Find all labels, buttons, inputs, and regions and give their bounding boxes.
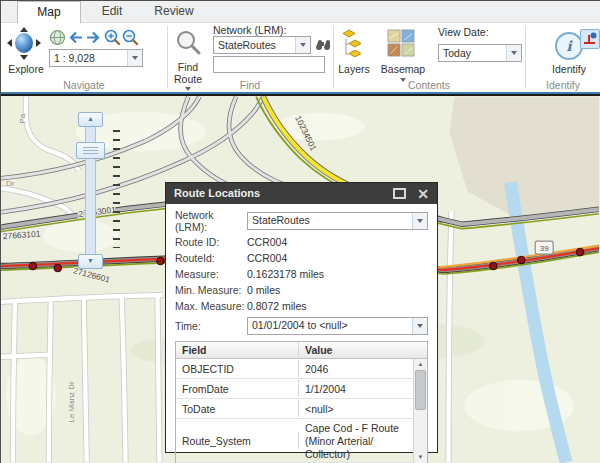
dialog-body: Network (LRM): StateRoutes Route ID: CCR…: [166, 204, 437, 463]
column-header-field: Field: [176, 342, 299, 358]
map-viewport[interactable]: 39 27663001 27663101 27126601 10234501 P…: [1, 94, 600, 463]
maximize-icon[interactable]: [393, 188, 406, 199]
view-date-value: Today: [439, 45, 506, 61]
route-point-marker: [157, 257, 165, 265]
ribbon: Map Edit Review Explore: [1, 1, 600, 94]
zoom-slider[interactable]: ▲ ▼: [75, 110, 123, 272]
basemap-icon[interactable]: [387, 29, 415, 57]
field-value: 0 miles: [247, 284, 280, 296]
ribbon-tabstrip: Map Edit Review: [1, 1, 600, 23]
table-scrollbar[interactable]: ▲ ▼: [413, 359, 427, 463]
chevron-down-icon[interactable]: [412, 213, 427, 229]
tab-map[interactable]: Map: [17, 1, 81, 23]
field-label: RouteId:: [175, 252, 247, 264]
field-value: 0.8072 miles: [247, 300, 307, 312]
route-point-marker: [576, 248, 584, 256]
table-row[interactable]: Route_System Cape Cod - F Route (Minor A…: [176, 419, 414, 463]
zoom-in-icon[interactable]: [103, 28, 121, 46]
cell-value: 1/1/2004: [299, 380, 414, 397]
chevron-down-icon[interactable]: [412, 318, 427, 334]
field-row-min-measure: Min. Measure: 0 miles: [175, 282, 428, 298]
route-locations-dialog: Route Locations ✕ Network (LRM): StateRo…: [165, 182, 438, 453]
explore-button[interactable]: Explore: [3, 63, 49, 75]
svg-text:39: 39: [540, 244, 549, 253]
chevron-down-icon[interactable]: [295, 37, 310, 53]
table-row[interactable]: FromDate 1/1/2004: [176, 379, 414, 399]
network-lrm-label: Network (LRM):: [213, 24, 287, 36]
ribbon-body: Explore 1 : 9,0: [1, 23, 600, 94]
scroll-thumb[interactable]: [415, 370, 426, 410]
street-label: Pa: [18, 113, 27, 123]
table-row[interactable]: OBJECTID 2046: [176, 359, 414, 379]
field-label: Route ID:: [175, 236, 247, 248]
field-row-route-id: Route ID: CCR004: [175, 234, 428, 250]
group-label-find: Find: [167, 79, 333, 91]
route-search-input[interactable]: [213, 56, 325, 73]
field-label: Time:: [175, 320, 247, 332]
field-label: Max. Measure:: [175, 300, 247, 312]
scale-value: 1 : 9,028: [50, 50, 127, 66]
cell-field: FromDate: [176, 380, 299, 397]
cell-value: Cape Cod - F Route (Minor Arterial/ Coll…: [299, 419, 414, 462]
route-point-marker: [54, 264, 62, 272]
field-label: Measure:: [175, 268, 247, 280]
route-point-marker: [490, 262, 498, 270]
street-label: Dr: [6, 179, 15, 188]
basemap-button[interactable]: Basemap: [378, 63, 428, 75]
cell-value: 2046: [299, 360, 414, 377]
view-date-combobox[interactable]: Today: [438, 44, 522, 62]
field-row-measure: Measure: 0.1623178 miles: [175, 266, 428, 282]
street-label: Le Manz Dr: [67, 381, 76, 423]
table-row[interactable]: ToDate <null>: [176, 399, 414, 419]
cell-field: ToDate: [176, 400, 299, 417]
chevron-down-icon[interactable]: [127, 50, 142, 66]
field-row-time: Time: 01/01/2004 to <null>: [175, 317, 428, 335]
attribute-table: Field Value OBJECTID 2046 FromDate 1/1/2…: [175, 341, 428, 463]
zoom-in-button[interactable]: ▲: [78, 112, 103, 127]
field-value: 0.1623178 miles: [247, 268, 324, 280]
zoom-slider-handle[interactable]: [76, 142, 105, 159]
scroll-down-icon[interactable]: ▼: [418, 452, 424, 462]
table-header: Field Value: [176, 342, 427, 359]
dialog-titlebar[interactable]: Route Locations ✕: [166, 183, 437, 204]
globe-icon[interactable]: [49, 29, 66, 46]
group-label-identify: Identify: [525, 79, 600, 91]
find-route-icon[interactable]: [174, 29, 202, 57]
forward-arrow-icon[interactable]: [85, 29, 102, 46]
back-arrow-icon[interactable]: [67, 29, 84, 46]
scroll-up-icon[interactable]: ▲: [418, 359, 424, 369]
identify-button[interactable]: Identify: [546, 63, 592, 75]
time-combobox[interactable]: 01/01/2004 to <null>: [247, 317, 428, 335]
app-window: Map Edit Review Explore: [0, 0, 600, 463]
field-row-routeid: RouteId: CCR004: [175, 250, 428, 266]
column-header-value: Value: [299, 342, 427, 358]
field-label: Network (LRM):: [175, 209, 247, 233]
tab-edit[interactable]: Edit: [81, 1, 143, 22]
tab-review[interactable]: Review: [143, 1, 205, 22]
table-body: OBJECTID 2046 FromDate 1/1/2004 ToDate <…: [176, 359, 427, 463]
cell-field: OBJECTID: [176, 360, 299, 377]
dialog-title: Route Locations: [174, 183, 260, 204]
find-route-label-1: Find: [166, 61, 210, 73]
close-icon[interactable]: ✕: [417, 184, 429, 204]
zoom-slider-ticks: [113, 130, 120, 248]
binoculars-icon[interactable]: [314, 38, 332, 52]
view-date-label: View Date:: [438, 26, 489, 38]
route-point-marker: [29, 262, 37, 270]
network-value: StateRoutes: [248, 213, 412, 229]
identify-route-icon: [582, 31, 598, 47]
explore-icon[interactable]: [7, 27, 41, 61]
field-row-network: Network (LRM): StateRoutes: [175, 212, 428, 230]
group-label-navigate: Navigate: [1, 79, 167, 91]
chevron-down-icon[interactable]: [506, 45, 521, 61]
route-shield: 39: [535, 241, 553, 254]
zoom-out-button[interactable]: ▼: [78, 254, 103, 269]
layers-icon[interactable]: [340, 29, 368, 57]
identify-route-button[interactable]: [580, 29, 600, 49]
network-lrm-combobox[interactable]: StateRoutes: [213, 36, 311, 54]
layers-button[interactable]: Layers: [331, 63, 377, 75]
scale-combobox[interactable]: 1 : 9,028: [49, 49, 143, 67]
cell-field: Route_System: [176, 432, 299, 449]
zoom-out-icon[interactable]: [121, 28, 139, 46]
network-combobox[interactable]: StateRoutes: [247, 212, 428, 230]
